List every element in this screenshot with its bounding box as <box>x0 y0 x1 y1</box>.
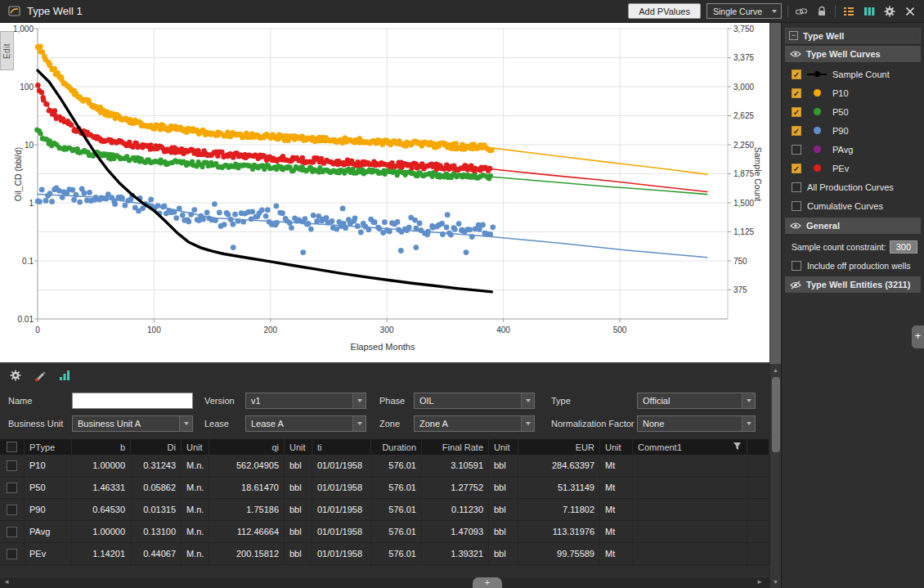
cell-final-rate[interactable]: 0.11230 <box>422 499 489 520</box>
table-row-pev[interactable]: PEv1.142010.44067M.n.200.15812bbl01/01/1… <box>0 543 769 565</box>
legend-item-all-production-curves[interactable]: All Production Curves <box>782 177 924 196</box>
cell-ptype[interactable]: P10 <box>25 455 72 476</box>
cell-final-rate[interactable]: 1.47093 <box>422 521 489 542</box>
cell-unit[interactable]: Mt <box>600 477 633 498</box>
column-header-duration[interactable]: Duration <box>371 439 422 455</box>
scroll-right-button[interactable]: ► <box>756 578 763 586</box>
cell-ti[interactable]: 01/01/1958 <box>312 543 371 564</box>
cell-duration[interactable]: 576.01 <box>371 455 422 476</box>
vertical-splitter[interactable]: ▲ ▼ <box>769 23 781 588</box>
auto-fit-icon[interactable] <box>57 368 72 383</box>
column-header-ti[interactable]: ti <box>312 439 371 455</box>
scroll-up-button[interactable]: ▲ <box>770 367 781 373</box>
row-select-cell[interactable] <box>0 521 25 542</box>
row-select-cell[interactable] <box>0 499 25 520</box>
business-unit-select[interactable]: Business Unit A <box>72 415 193 432</box>
cell-unit[interactable]: bbl <box>285 477 312 498</box>
column-header-di[interactable]: Di <box>131 439 182 455</box>
cumulative-curves-checkbox[interactable] <box>792 201 801 211</box>
cell-di[interactable]: 0.01315 <box>131 499 182 520</box>
row-checkbox[interactable] <box>7 460 17 471</box>
cell-b[interactable]: 1.00000 <box>72 521 131 542</box>
cell-unit[interactable]: Mt <box>600 455 633 476</box>
vertical-scrollbar[interactable]: ▲ ▼ <box>769 364 781 588</box>
horizontal-scrollbar[interactable]: ◄ + ► <box>0 577 769 588</box>
include-off-wells-checkbox[interactable] <box>792 261 801 271</box>
legend-item-p10[interactable]: ✓P10 <box>782 83 924 102</box>
cell-comment1[interactable] <box>633 543 747 564</box>
select-all-header[interactable] <box>0 439 25 455</box>
p10-checkbox[interactable]: ✓ <box>792 88 801 98</box>
scroll-left-button[interactable]: ◄ <box>3 578 10 586</box>
cell-ti[interactable]: 01/01/1958 <box>312 455 371 476</box>
phase-select[interactable]: OIL <box>414 393 535 409</box>
cell-di[interactable]: 0.13100 <box>131 521 182 542</box>
table-row-p90[interactable]: P900.645300.01315M.n.1.75186bbl01/01/195… <box>0 499 769 521</box>
cell-eur[interactable]: 284.63397 <box>518 455 600 476</box>
cell-unit[interactable]: Mt <box>600 499 633 520</box>
cell-unit[interactable]: M.n. <box>182 477 209 498</box>
cell-b[interactable]: 1.14201 <box>72 543 131 564</box>
splitter-track[interactable] <box>769 23 781 364</box>
cell-unit[interactable]: M.n. <box>182 521 209 542</box>
legend-panel-icon[interactable] <box>841 4 856 19</box>
row-checkbox[interactable] <box>7 527 17 537</box>
cell-b[interactable]: 0.64530 <box>72 499 131 520</box>
cell-qi[interactable]: 112.46664 <box>209 521 285 542</box>
row-select-cell[interactable] <box>0 543 25 564</box>
table-row-p50[interactable]: P501.463310.05862M.n.18.61470bbl01/01/19… <box>0 477 769 499</box>
pev-checkbox[interactable]: ✓ <box>792 164 801 173</box>
cell-di[interactable]: 0.05862 <box>131 477 182 498</box>
lock-icon[interactable] <box>814 4 829 19</box>
legend-item-pev[interactable]: ✓PEv <box>782 159 924 177</box>
table-row-p10[interactable]: P101.000000.31243M.n.562.04905bbl01/01/1… <box>0 455 769 477</box>
legend-item-pavg[interactable]: PAvg <box>782 140 924 159</box>
legend-item-p90[interactable]: ✓P90 <box>782 121 924 140</box>
section-general[interactable]: General <box>785 218 921 234</box>
section-type-well-curves[interactable]: Type Well Curves <box>785 46 921 62</box>
lease-select[interactable]: Lease A <box>245 415 366 432</box>
cell-b[interactable]: 1.46331 <box>72 477 131 498</box>
cell-duration[interactable]: 576.01 <box>371 499 422 520</box>
cell-ptype[interactable]: P50 <box>25 477 72 498</box>
cell-final-rate[interactable]: 3.10591 <box>422 455 489 476</box>
sidebar-panel-header[interactable]: − Type Well <box>785 28 921 43</box>
cell-di[interactable]: 0.31243 <box>131 455 182 476</box>
vertical-scrollbar-thumb[interactable] <box>772 377 780 452</box>
cell-unit[interactable]: bbl <box>285 543 312 564</box>
zone-select[interactable]: Zone A <box>414 415 535 432</box>
cell-unit[interactable]: Mt <box>600 543 633 564</box>
all-production-curves-checkbox[interactable] <box>792 182 801 192</box>
column-header-qi[interactable]: qi <box>209 439 285 455</box>
cell-qi[interactable]: 18.61470 <box>209 477 285 498</box>
legend-item-p50[interactable]: ✓P50 <box>782 102 924 121</box>
panel-settings-gear-icon[interactable] <box>8 368 23 383</box>
cell-comment1[interactable] <box>633 455 747 476</box>
column-header-ptype[interactable]: PType <box>25 439 72 455</box>
cell-ti[interactable]: 01/01/1958 <box>312 477 371 498</box>
edit-tab[interactable]: Edit <box>0 31 14 70</box>
collapse-icon[interactable]: − <box>789 31 798 40</box>
cell-final-rate[interactable]: 1.39321 <box>422 543 489 564</box>
table-row-pavg[interactable]: PAvg1.000000.13100M.n.112.46664bbl01/01/… <box>0 521 769 543</box>
cell-unit[interactable]: bbl <box>285 499 312 520</box>
legend-item-cumulative-curves[interactable]: Cumulative Curves <box>782 196 924 215</box>
cell-ptype[interactable]: P90 <box>25 499 72 520</box>
column-header-unit[interactable]: Unit <box>489 439 518 455</box>
type-select[interactable]: Official <box>637 393 756 409</box>
cell-unit[interactable]: M.n. <box>182 499 209 520</box>
add-pvalues-button[interactable]: Add PValues <box>628 3 701 19</box>
cell-ptype[interactable]: PAvg <box>25 521 72 542</box>
version-select[interactable]: v1 <box>245 393 366 409</box>
cell-comment1[interactable] <box>633 499 747 520</box>
column-header-unit[interactable]: Unit <box>182 439 209 455</box>
column-header-b[interactable]: b <box>72 439 131 455</box>
name-input[interactable] <box>72 393 193 409</box>
expand-sidebar-handle[interactable]: + <box>912 325 924 348</box>
filter-icon[interactable] <box>733 442 742 451</box>
cell-qi[interactable]: 562.04905 <box>209 455 285 476</box>
cell-unit[interactable]: bbl <box>489 543 518 564</box>
cell-unit[interactable]: bbl <box>285 521 312 542</box>
cell-eur[interactable]: 51.31149 <box>518 477 600 498</box>
cell-unit[interactable]: bbl <box>489 455 518 476</box>
